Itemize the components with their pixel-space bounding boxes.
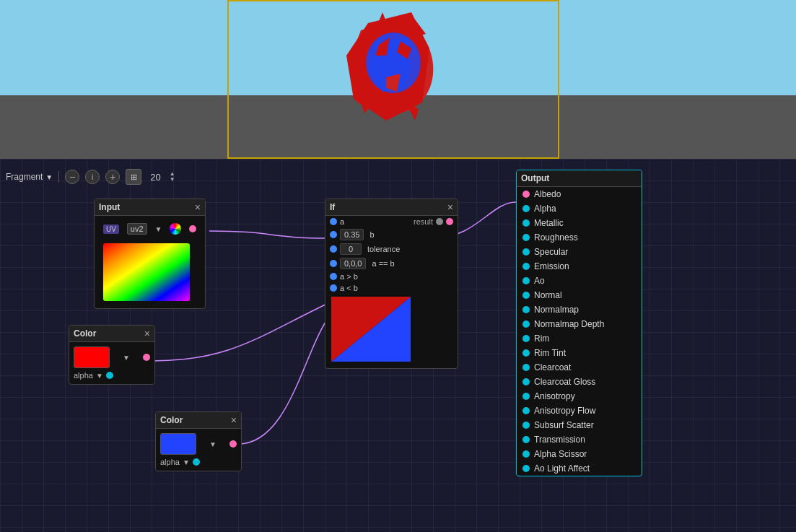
grid-button[interactable]: ⊞ [126, 169, 141, 185]
output-label-anisotropy: Anisotropy [534, 391, 575, 401]
color-node-1-header: Color × [69, 326, 154, 342]
color-node-1-body: ▼ alpha ▼ [69, 342, 154, 384]
if-port-eye[interactable] [436, 218, 443, 225]
output-row: Normalmap Depth [517, 317, 642, 331]
viewport-center[interactable] [227, 0, 559, 159]
if-port-aeqb-left[interactable] [330, 260, 337, 267]
if-port-tolerance-left[interactable] [330, 245, 337, 253]
toolbar: Fragment ▼ − i + ⊞ 20 ▲ ▼ [0, 166, 181, 188]
output-row: Subsurf Scatter [517, 418, 642, 432]
if-value-0: 0 [340, 243, 362, 255]
if-result-port[interactable] [446, 218, 453, 225]
output-label-ao: Ao [534, 276, 545, 286]
output-port-clearcoat-gloss[interactable] [522, 378, 530, 385]
output-port-specular[interactable] [522, 248, 530, 256]
output-label-roughness: Roughness [534, 232, 578, 243]
color-node-2-swatch[interactable] [160, 433, 196, 455]
color-node-1-output-port[interactable] [143, 354, 150, 361]
output-row: Normal [517, 288, 642, 302]
output-port-ao[interactable] [522, 277, 530, 284]
if-port-alb-left[interactable] [330, 284, 337, 292]
info-button[interactable]: i [85, 170, 100, 184]
if-label-tolerance: tolerance [367, 245, 453, 253]
if-row-alb: a < b [325, 282, 458, 294]
output-row: Rim [517, 331, 642, 346]
output-port-alpha[interactable] [522, 205, 530, 212]
output-port-subsurf-scatter[interactable] [522, 422, 530, 429]
if-row-b: 0.35 b [325, 227, 458, 242]
output-port-anisotropy-flow[interactable] [522, 407, 530, 414]
output-port-alpha-scissor[interactable] [522, 450, 530, 458]
output-label-albedo: Albedo [534, 189, 561, 199]
if-preview-container [325, 294, 458, 368]
output-row: Clearcoat [517, 360, 642, 375]
output-row: Transmission [517, 432, 642, 447]
output-label-emission: Emission [534, 261, 569, 271]
uv-badge: UV [103, 224, 119, 234]
input-node-body: UV uv2 ▼ [95, 216, 205, 308]
output-port-transmission[interactable] [522, 436, 530, 443]
color-node-1-alpha-port[interactable] [106, 372, 113, 379]
output-port-normalmap[interactable] [522, 306, 530, 313]
output-port-metallic[interactable] [522, 219, 530, 227]
if-port-a[interactable] [330, 218, 337, 225]
output-label-specular: Specular [534, 247, 568, 257]
output-row: Albedo [517, 187, 642, 201]
color-node-2-header: Color × [156, 412, 241, 429]
color-node-2-output-port[interactable] [229, 440, 237, 448]
gradient-container [99, 240, 201, 304]
color-wheel-icon[interactable] [170, 223, 181, 235]
color-node-1-alpha-dropdown[interactable]: ▼ [96, 372, 103, 380]
if-port-b-left[interactable] [330, 231, 337, 238]
color-node-1-swatch[interactable] [74, 346, 110, 368]
output-port-normalmap-depth[interactable] [522, 320, 530, 328]
color-node-1-alpha-label: alpha [74, 371, 93, 380]
grid-icon: ⊞ [131, 173, 137, 182]
color-node-1-alpha-row: alpha ▼ [74, 371, 113, 380]
color-node-2-title: Color [160, 415, 183, 425]
if-value-035: 0.35 [340, 229, 364, 240]
color-node-1-title: Color [74, 328, 96, 339]
fragment-dropdown[interactable]: Fragment ▼ [6, 172, 53, 182]
color-node-1-close[interactable]: × [144, 328, 150, 339]
output-label-subsurf-scatter: Subsurf Scatter [534, 420, 594, 430]
input-node-close[interactable]: × [195, 202, 201, 212]
input-output-port[interactable] [189, 225, 196, 232]
input-node-title: Input [99, 202, 120, 212]
output-row: Normalmap [517, 302, 642, 317]
output-port-rim[interactable] [522, 335, 530, 342]
output-port-emission[interactable] [522, 263, 530, 270]
viewport-area [0, 0, 796, 159]
output-port-clearcoat[interactable] [522, 364, 530, 371]
output-label-alpha-scissor: Alpha Scissor [534, 449, 587, 459]
output-port-ao-light-affect[interactable] [522, 465, 530, 472]
output-port-albedo[interactable] [522, 191, 530, 198]
uv-select[interactable]: uv2 [127, 223, 147, 235]
output-port-rim-tint[interactable] [522, 349, 530, 357]
minus-icon: − [69, 171, 75, 183]
info-icon: i [92, 173, 93, 181]
if-label-alb: a < b [340, 284, 453, 292]
zoom-out-button[interactable]: − [65, 170, 79, 184]
toolbar-divider [58, 171, 59, 183]
zoom-stepper[interactable]: ▲ ▼ [170, 171, 175, 183]
color-node-2-dropdown[interactable]: ▼ [209, 440, 217, 448]
if-label-b: b [369, 230, 453, 239]
output-port-anisotropy[interactable] [522, 393, 530, 400]
color-node-1-dropdown[interactable]: ▼ [123, 354, 130, 362]
color-node-2-close[interactable]: × [231, 415, 237, 425]
color-node-2-body: ▼ alpha ▼ [156, 429, 241, 471]
zoom-level: 20 [147, 172, 163, 183]
if-port-agb-left[interactable] [330, 273, 337, 280]
output-label-metallic: Metallic [534, 218, 564, 228]
if-node-close[interactable]: × [447, 202, 453, 212]
output-port-normal[interactable] [522, 292, 530, 299]
color-node-2-alpha-row: alpha ▼ [160, 458, 200, 466]
output-row: Ao Light Affect [517, 461, 642, 476]
output-row: Clearcoat Gloss [517, 375, 642, 389]
zoom-in-button[interactable]: + [105, 170, 120, 184]
color-node-2-alpha-dropdown[interactable]: ▼ [183, 458, 190, 466]
output-label-alpha: Alpha [534, 204, 556, 214]
output-port-roughness[interactable] [522, 234, 530, 241]
color-node-2-alpha-port[interactable] [193, 458, 200, 466]
